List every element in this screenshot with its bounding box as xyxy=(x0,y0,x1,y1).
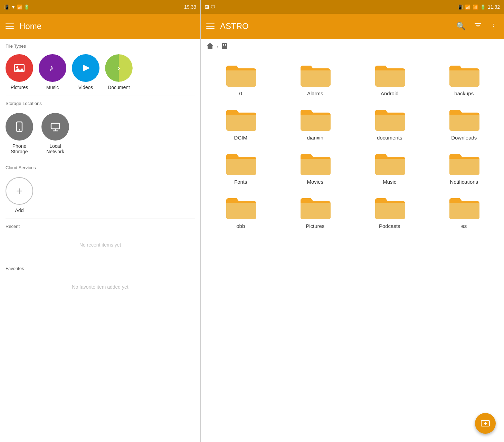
pictures-circle xyxy=(6,54,33,82)
folder-label-music: Music xyxy=(383,179,396,185)
filter-icon[interactable] xyxy=(473,20,483,32)
documents-circle: › xyxy=(105,54,133,82)
folder-podcasts[interactable]: Podcasts xyxy=(355,193,424,229)
svg-rect-15 xyxy=(225,44,226,46)
left-status-bar: 📳 ▼ 📶 🔋 19:33 xyxy=(0,0,200,14)
add-circle: + xyxy=(6,177,33,205)
right-content-wrapper: 0 Alarms Android xyxy=(201,55,504,442)
folder-icon-documents xyxy=(372,105,407,133)
folder-label-pictures: Pictures xyxy=(306,223,324,229)
folder-android[interactable]: Android xyxy=(355,61,424,97)
local-network-circle xyxy=(41,113,69,141)
more-icon[interactable]: ⋮ xyxy=(488,21,498,32)
folder-label-downloads: Downloads xyxy=(451,135,477,141)
videos-label: Videos xyxy=(78,85,93,90)
file-type-videos[interactable]: Videos xyxy=(72,54,99,90)
cloud-header: Cloud Services xyxy=(0,160,200,173)
svg-text:♪: ♪ xyxy=(49,63,54,73)
phone-storage-circle xyxy=(6,113,33,141)
folder-icon-fonts xyxy=(224,149,258,177)
favorites-empty: No favorite item added yet xyxy=(6,274,195,300)
folder-fonts[interactable]: Fonts xyxy=(206,149,275,185)
folder-icon-obb xyxy=(224,193,258,221)
folder-notifications[interactable]: Notifications xyxy=(430,149,499,185)
folder-icon-android xyxy=(372,61,407,88)
folder-grid: 0 Alarms Android xyxy=(201,55,504,235)
search-icon[interactable]: 🔍 xyxy=(455,20,467,32)
folder-icon-podcasts xyxy=(372,193,407,221)
left-status-bar-left: 📳 ▼ 📶 🔋 xyxy=(4,4,29,10)
svg-rect-14 xyxy=(223,44,224,46)
favorites-header: Favorites xyxy=(6,266,195,274)
file-types-header: File Types xyxy=(0,39,200,51)
recent-section: Recent No recent items yet xyxy=(0,219,200,261)
add-label: Add xyxy=(15,208,24,213)
folder-icon-dianxin xyxy=(298,105,332,133)
menu-button[interactable] xyxy=(6,23,14,29)
signal-icon: 📶 xyxy=(17,4,22,10)
folder-label-backups: backups xyxy=(454,90,474,97)
videos-circle xyxy=(72,54,99,82)
folder-documents[interactable]: documents xyxy=(355,105,424,141)
right-toolbar: ASTRO 🔍 ⋮ xyxy=(201,14,504,39)
recent-header: Recent xyxy=(6,224,195,232)
music-circle: ♪ xyxy=(39,54,66,82)
recent-empty: No recent items yet xyxy=(6,232,195,258)
local-network-item[interactable]: LocalNetwork xyxy=(41,113,69,154)
right-shield-icon: 🛡 xyxy=(211,4,215,10)
fab-button[interactable] xyxy=(475,413,496,434)
local-network-label: LocalNetwork xyxy=(46,143,64,154)
right-time: 11:32 xyxy=(488,4,500,10)
left-panel: 📳 ▼ 📶 🔋 19:33 Home File Types xyxy=(0,0,200,442)
left-content: File Types Pictures ♪ Music xyxy=(0,39,200,442)
folder-label-dcim: DCIM xyxy=(234,135,247,141)
folder-label-documents: documents xyxy=(377,135,402,141)
right-vibe-icon: 📳 xyxy=(457,4,463,10)
right-battery-icon: 🔋 xyxy=(480,4,486,10)
right-toolbar-title: ASTRO xyxy=(220,21,449,31)
folder-label-fonts: Fonts xyxy=(234,179,247,185)
sdcard-breadcrumb[interactable] xyxy=(221,42,228,51)
folder-backups[interactable]: backups xyxy=(430,61,499,97)
folder-icon-downloads xyxy=(447,105,481,133)
folder-downloads[interactable]: Downloads xyxy=(430,105,499,141)
left-toolbar: Home xyxy=(0,14,200,39)
folder-alarms[interactable]: Alarms xyxy=(281,61,350,97)
folder-obb[interactable]: obb xyxy=(206,193,275,229)
file-type-music[interactable]: ♪ Music xyxy=(39,54,66,90)
svg-rect-6 xyxy=(51,123,59,129)
left-toolbar-title: Home xyxy=(19,21,41,31)
folder-pictures[interactable]: Pictures xyxy=(281,193,350,229)
folder-movies[interactable]: Movies xyxy=(281,149,350,185)
cloud-row: + Add xyxy=(0,173,200,219)
right-wifi-icon: 📶 xyxy=(465,4,470,10)
file-type-documents[interactable]: › Document xyxy=(105,54,133,90)
storage-header: Storage Locations xyxy=(0,96,200,109)
folder-music[interactable]: Music xyxy=(355,149,424,185)
vibe-icon: 📳 xyxy=(4,4,10,10)
folder-0[interactable]: 0 xyxy=(206,61,275,97)
breadcrumb-bar: › xyxy=(201,39,504,55)
folder-icon-backups xyxy=(447,61,481,88)
folder-label-android: Android xyxy=(381,90,399,97)
folder-label-movies: Movies xyxy=(307,179,323,185)
add-cloud-button[interactable]: + Add xyxy=(6,177,33,213)
folder-es[interactable]: es xyxy=(430,193,499,229)
file-type-pictures[interactable]: Pictures xyxy=(6,54,33,90)
folder-icon-music xyxy=(372,149,407,177)
documents-label: Document xyxy=(108,85,130,90)
folder-label-alarms: Alarms xyxy=(307,90,323,97)
svg-point-5 xyxy=(19,129,20,131)
home-breadcrumb[interactable] xyxy=(206,42,214,51)
right-status-bar-left: 🖼 🛡 xyxy=(205,4,215,10)
right-menu-button[interactable] xyxy=(206,23,215,29)
folder-dcim[interactable]: DCIM xyxy=(206,105,275,141)
folder-dianxin[interactable]: dianxin xyxy=(281,105,350,141)
folder-label-dianxin: dianxin xyxy=(307,135,323,141)
folder-icon-alarms xyxy=(298,61,332,88)
folder-label-notifications: Notifications xyxy=(450,179,478,185)
file-types-row: Pictures ♪ Music Videos xyxy=(0,51,200,96)
phone-storage-item[interactable]: PhoneStorage xyxy=(6,113,33,154)
right-panel: 🖼 🛡 📳 📶 📶 🔋 11:32 ASTRO 🔍 ⋮ xyxy=(200,0,504,442)
storage-row: PhoneStorage LocalNetwork xyxy=(0,109,200,160)
